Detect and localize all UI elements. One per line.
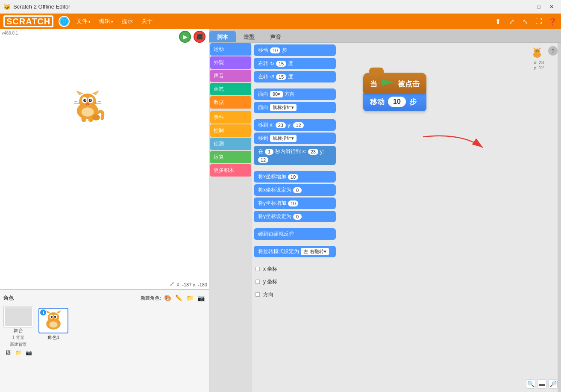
- workspace-help-button[interactable]: ?: [548, 46, 558, 56]
- svg-point-36: [535, 50, 537, 52]
- block-glide-y[interactable]: 12: [258, 157, 268, 163]
- vertical-scrollbar[interactable]: [558, 43, 561, 392]
- right-panel: 脚本 造型 声音 运动 外观 声音 画笔 数据 事件 控制 侦测 运算 更多积木: [209, 29, 561, 392]
- block-face-mouse[interactable]: 面向 鼠标指针▾: [254, 102, 336, 113]
- menubar-right-tools: ⬆ ⤢ ⤡ ⛶ ❓: [493, 16, 558, 27]
- block-right-turn[interactable]: 右转 ↻ 15 度: [254, 58, 336, 69]
- block-bounce[interactable]: 碰到边缘就反弹: [254, 228, 336, 240]
- close-button[interactable]: ✕: [546, 3, 558, 11]
- block-glide-x[interactable]: 23: [308, 149, 318, 155]
- block-set-y-input[interactable]: 0: [293, 214, 302, 220]
- block-change-x-input[interactable]: 10: [288, 174, 298, 180]
- block-y-pos-text: y 坐标: [263, 278, 277, 286]
- fullscreen3-icon[interactable]: ⛶: [534, 16, 544, 27]
- file-sprite-button[interactable]: 📁: [185, 293, 194, 303]
- cat-sound[interactable]: 声音: [210, 70, 251, 82]
- block-goto-x-input[interactable]: 23: [276, 122, 286, 128]
- menubar: SCRATCh 🌐 文件▾ 编辑▾ 提示 关于 ⬆ ⤢ ⤡ ⛶ ❓: [0, 14, 561, 29]
- menu-tips[interactable]: 提示: [118, 16, 136, 27]
- stage-thumbnail[interactable]: [3, 306, 33, 327]
- fullscreen2-icon[interactable]: ⤡: [520, 16, 530, 27]
- block-set-y[interactable]: 将y坐标设定为 0: [254, 211, 336, 222]
- camera-backdrop-button[interactable]: 📷: [24, 348, 33, 357]
- camera-sprite-button[interactable]: 📷: [196, 293, 206, 303]
- block-goto-mouse-text: 移到: [258, 135, 268, 142]
- cat-events[interactable]: 事件: [210, 111, 251, 124]
- cat-motion[interactable]: 运动: [210, 43, 251, 56]
- block-rotation-dropdown[interactable]: 左-右翻转▾: [301, 248, 329, 255]
- ws-x-coord: x: 23: [530, 60, 544, 65]
- y-pos-checkbox[interactable]: [256, 280, 260, 284]
- block-change-y[interactable]: 将y坐标增加 10: [254, 197, 336, 209]
- block-direction-text: 方向: [263, 291, 273, 298]
- move-block-workspace[interactable]: 移动 10 步: [363, 92, 426, 111]
- move-value[interactable]: 10: [388, 97, 406, 107]
- menu-file[interactable]: 文件▾: [73, 16, 94, 27]
- menu-edit[interactable]: 编辑▾: [96, 16, 117, 27]
- stage-expand-button[interactable]: ⤢: [170, 280, 175, 287]
- block-move-input[interactable]: 10: [270, 47, 280, 53]
- block-change-x[interactable]: 将x坐标增加 10: [254, 171, 336, 183]
- maximize-button[interactable]: □: [533, 3, 545, 11]
- menu-about[interactable]: 关于: [138, 16, 156, 27]
- cat-sprite: [68, 89, 111, 123]
- cat-data[interactable]: 数据: [210, 96, 251, 109]
- block-goto-xy-text: 移到 x:: [258, 121, 274, 129]
- block-glide[interactable]: 在 1 秒内滑行到 x: 23 y: 12: [254, 146, 336, 165]
- block-move[interactable]: 移动 10 步: [254, 44, 336, 56]
- upload-icon[interactable]: ⬆: [493, 16, 503, 27]
- block-rotation-style[interactable]: 将旋转模式设定为 左-右翻转▾: [254, 246, 336, 257]
- block-direction[interactable]: 方向: [254, 289, 336, 300]
- paint-sprite-button[interactable]: 🎨: [163, 293, 172, 303]
- when-flag-block[interactable]: 当 被点击: [363, 73, 426, 93]
- block-left-turn-suffix: 度: [288, 73, 293, 80]
- block-right-turn-input[interactable]: 15: [276, 61, 286, 67]
- block-goto-mouse[interactable]: 移到 鼠标指针▾: [254, 133, 336, 144]
- block-y-pos[interactable]: y 坐标: [254, 276, 336, 287]
- zoom-reset-button[interactable]: ▬: [537, 379, 546, 389]
- tab-scripts[interactable]: 脚本: [209, 31, 236, 42]
- block-goto-xy[interactable]: 移到 x: 23 y: 12: [254, 119, 336, 131]
- tab-costumes[interactable]: 造型: [236, 31, 262, 42]
- block-set-x[interactable]: 将x坐标设定为 0: [254, 184, 336, 196]
- x-pos-checkbox[interactable]: [256, 267, 260, 271]
- app-title: Scratch 2 Offline Editor: [13, 3, 558, 10]
- block-goto-mouse-dropdown[interactable]: 鼠标指针▾: [270, 135, 297, 142]
- tab-sounds[interactable]: 声音: [262, 31, 289, 42]
- cat-sensing[interactable]: 侦测: [210, 138, 251, 150]
- cat-looks[interactable]: 外观: [210, 56, 251, 69]
- edit-sprite-button[interactable]: ✏️: [174, 293, 183, 303]
- block-glide-secs[interactable]: 1: [265, 149, 273, 155]
- block-change-y-input[interactable]: 10: [288, 200, 298, 206]
- block-left-turn-input[interactable]: 15: [276, 74, 286, 80]
- block-glide-mid: 秒内滑行到 x:: [275, 148, 306, 155]
- cat-operators[interactable]: 运算: [210, 151, 251, 163]
- minimize-button[interactable]: ─: [520, 3, 532, 11]
- sprite-tools: 🎨 ✏️ 📁 📷: [163, 293, 206, 303]
- zoom-in-button[interactable]: 🔍: [526, 379, 535, 389]
- help-icon[interactable]: ❓: [547, 16, 558, 27]
- file-backdrop-button[interactable]: 📁: [14, 348, 23, 357]
- paint-backdrop-button[interactable]: 🖼: [4, 348, 12, 357]
- cat-more[interactable]: 更多积木: [210, 164, 251, 177]
- direction-checkbox[interactable]: [256, 292, 260, 297]
- svg-point-23: [48, 312, 59, 323]
- script-workspace[interactable]: ? x: 23 y: 12: [338, 43, 561, 392]
- block-face-mouse-dropdown[interactable]: 鼠标指针▾: [270, 104, 297, 111]
- block-change-y-text: 将y坐标增加: [258, 200, 286, 207]
- zoom-out-button[interactable]: 🔎: [548, 379, 558, 389]
- block-set-x-input[interactable]: 0: [293, 187, 302, 193]
- svg-point-19: [92, 114, 100, 120]
- cat-control[interactable]: 控制: [210, 124, 251, 137]
- block-x-pos[interactable]: x 坐标: [254, 263, 336, 274]
- block-face-dir[interactable]: 面向 90▾ 方向: [254, 88, 336, 100]
- cat-pen[interactable]: 画笔: [210, 83, 251, 95]
- language-button[interactable]: 🌐: [59, 16, 70, 27]
- block-face-dir-dropdown[interactable]: 90▾: [270, 91, 283, 97]
- scratch-app-icon: 🐱: [3, 3, 11, 10]
- block-goto-y-input[interactable]: 12: [293, 122, 303, 128]
- fullscreen1-icon[interactable]: ⤢: [506, 16, 517, 27]
- move-text: 移动: [370, 97, 385, 107]
- block-left-turn[interactable]: 左转 ↺ 15 度: [254, 71, 336, 83]
- sprite-item[interactable]: ℹ: [38, 308, 68, 355]
